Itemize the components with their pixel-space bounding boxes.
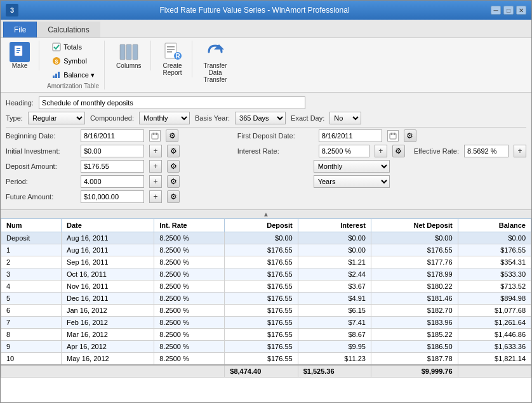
- effective-rate-input[interactable]: [464, 145, 509, 157]
- deposit-period-row: Monthly Weekly Daily Annual: [314, 160, 526, 173]
- ribbon: File Calculations: [1, 20, 531, 93]
- totals-icon: [51, 42, 62, 52]
- period-unit-row: Years Months: [314, 175, 526, 188]
- data-table: Num Date Int. Rate Deposit Interest Net …: [1, 218, 531, 378]
- heading-input[interactable]: [39, 96, 305, 109]
- make-icon: [10, 42, 30, 62]
- period-unit-select[interactable]: Years Months: [314, 175, 390, 188]
- beginning-date-row: Beginning Date: ⚙: [6, 129, 225, 142]
- svg-rect-8: [55, 74, 57, 78]
- balance-label: Balance ▾: [63, 71, 95, 79]
- table-row: 9Apr 16, 20128.2500 %$176.55$9.95$186.50…: [1, 341, 531, 353]
- type-select[interactable]: Regular: [28, 112, 85, 124]
- footer-deposit-total: $8,474.40: [225, 365, 298, 378]
- table-row: 3Oct 16, 20118.2500 %$176.55$2.44$178.99…: [1, 268, 531, 281]
- footer-balance-empty: [458, 365, 531, 378]
- svg-rect-4: [53, 43, 60, 51]
- heading-row: Heading:: [6, 96, 526, 109]
- transfer-label: Transfer Data Transfer: [204, 62, 227, 83]
- minimize-button[interactable]: ─: [491, 6, 501, 15]
- scroll-up-arrow[interactable]: ▲: [1, 210, 531, 218]
- first-deposit-date-input[interactable]: [319, 129, 382, 142]
- initial-investment-plus-button[interactable]: +: [149, 145, 162, 157]
- table-footer-row: $8,474.40 $1,525.36 $9,999.76: [1, 365, 531, 378]
- app-icon: 3: [6, 4, 18, 17]
- future-amount-gear-button[interactable]: ⚙: [167, 190, 180, 203]
- type-label: Type:: [6, 114, 23, 122]
- period-row: Period: + ⚙: [6, 175, 225, 188]
- table-row: DepositAug 16, 20118.2500 %$0.00$0.00$0.…: [1, 232, 531, 244]
- effective-rate-label: Effective Rate:: [414, 147, 459, 155]
- beginning-date-input[interactable]: [81, 129, 144, 142]
- ribbon-group-columns: Columns: [112, 41, 150, 70]
- ribbon-tab-bar: File Calculations: [1, 20, 531, 38]
- future-amount-plus-button[interactable]: +: [149, 190, 162, 203]
- svg-rect-7: [53, 76, 55, 78]
- tab-calculations[interactable]: Calculations: [37, 22, 100, 37]
- initial-investment-gear-button[interactable]: ⚙: [167, 145, 180, 157]
- svg-rect-15: [167, 49, 175, 50]
- first-deposit-date-row: First Deposit Date: ⚙: [237, 129, 526, 142]
- deposit-amount-input[interactable]: [81, 160, 144, 173]
- deposit-amount-plus-button[interactable]: +: [149, 160, 162, 173]
- footer-interest-total: $1,525.36: [298, 365, 371, 378]
- svg-rect-10: [120, 44, 125, 60]
- compounded-select[interactable]: Monthly: [139, 112, 190, 124]
- columns-button[interactable]: Columns: [112, 41, 145, 70]
- initial-investment-row: Initial Investment: + ⚙: [6, 145, 225, 157]
- deposit-amount-gear-button[interactable]: ⚙: [167, 160, 180, 173]
- period-plus-button[interactable]: +: [149, 175, 162, 188]
- totals-label: Totals: [63, 43, 82, 51]
- interest-rate-input[interactable]: [319, 145, 369, 157]
- table-row: 10May 16, 20128.2500 %$176.55$11.23$187.…: [1, 353, 531, 366]
- table-row: 5Dec 16, 20118.2500 %$176.55$4.91$181.46…: [1, 293, 531, 305]
- col-header-balance: Balance: [458, 219, 531, 232]
- svg-rect-23: [156, 133, 157, 135]
- col-header-deposit: Deposit: [225, 219, 298, 232]
- exact-day-label: Exact Day:: [291, 114, 324, 122]
- svg-rect-9: [58, 72, 60, 78]
- symbol-label: Symbol: [63, 57, 87, 65]
- table-row: 2Sep 16, 20118.2500 %$176.55$1.21$177.76…: [1, 256, 531, 268]
- deposit-period-select[interactable]: Monthly Weekly Daily Annual: [314, 160, 390, 173]
- amortization-group-label: Amortization Table: [47, 83, 99, 89]
- svg-rect-25: [390, 135, 396, 135]
- beginning-date-calendar-button[interactable]: [149, 130, 161, 142]
- future-amount-input[interactable]: [81, 190, 144, 203]
- initial-investment-input[interactable]: [81, 145, 144, 157]
- balance-button[interactable]: Balance ▾: [49, 69, 97, 81]
- symbol-button[interactable]: $ Symbol: [49, 55, 90, 67]
- interest-rate-plus-button[interactable]: +: [375, 145, 387, 157]
- col-header-int-rate: Int. Rate: [154, 219, 225, 232]
- make-button[interactable]: Make: [6, 41, 34, 70]
- svg-rect-3: [17, 52, 19, 53]
- svg-rect-12: [133, 44, 138, 60]
- title-bar: 3 Fixed Rate Future Value Series - WinAm…: [1, 1, 531, 20]
- ribbon-group-make: Make: [6, 41, 39, 70]
- close-button[interactable]: ✕: [516, 6, 526, 15]
- svg-rect-20: [152, 133, 158, 139]
- tab-file[interactable]: File: [3, 22, 37, 37]
- interest-rate-label: Interest Rate:: [237, 147, 314, 155]
- interest-rate-row: Interest Rate: + ⚙ Effective Rate: +: [237, 145, 526, 157]
- interest-rate-gear-button[interactable]: ⚙: [392, 145, 405, 157]
- table-row: 6Jan 16, 20128.2500 %$176.55$6.15$182.70…: [1, 305, 531, 317]
- effective-rate-plus-button[interactable]: +: [514, 145, 526, 157]
- svg-rect-26: [391, 133, 392, 135]
- period-input[interactable]: [81, 175, 144, 188]
- first-deposit-date-calendar-button[interactable]: [387, 130, 399, 142]
- svg-rect-22: [153, 133, 154, 135]
- create-report-button[interactable]: R Create Report: [159, 41, 187, 77]
- transfer-button[interactable]: Transfer Data Transfer: [200, 41, 231, 84]
- first-deposit-date-label: First Deposit Date:: [237, 132, 314, 140]
- col-header-date: Date: [61, 219, 154, 232]
- beginning-date-gear-button[interactable]: ⚙: [166, 129, 178, 142]
- first-deposit-date-gear-button[interactable]: ⚙: [404, 129, 416, 142]
- exact-day-select[interactable]: No: [329, 112, 361, 124]
- maximize-button[interactable]: □: [503, 6, 514, 15]
- table-row: 8Mar 16, 20128.2500 %$176.55$8.67$185.22…: [1, 329, 531, 341]
- totals-button[interactable]: Totals: [49, 41, 84, 53]
- period-gear-button[interactable]: ⚙: [167, 175, 180, 188]
- basis-year-select[interactable]: 365 Days: [235, 112, 286, 124]
- footer-net-deposit-total: $9,999.76: [371, 365, 458, 378]
